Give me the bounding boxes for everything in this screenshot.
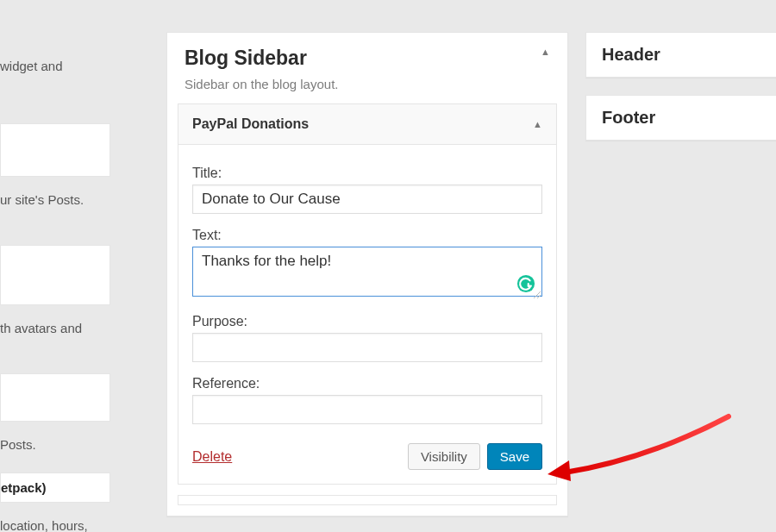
header-widget-area[interactable]: Header [585, 32, 776, 78]
collapse-panel-icon[interactable]: ▲ [541, 47, 550, 57]
left-widget-item[interactable] [0, 123, 110, 177]
left-fragment-desc: th avatars and [0, 314, 166, 342]
blog-sidebar-panel: Blog Sidebar ▲ Sidebar on the blog layou… [166, 32, 568, 516]
delete-link[interactable]: Delete [192, 449, 232, 465]
footer-widget-area[interactable]: Footer [585, 95, 776, 141]
panel-description: Sidebar on the blog layout. [167, 77, 567, 103]
widget-header[interactable]: PayPal Donations ▲ [178, 104, 556, 145]
reference-label: Reference: [192, 376, 542, 391]
left-widget-jetpack[interactable]: etpack) [0, 473, 110, 503]
collapse-widget-icon[interactable]: ▲ [533, 119, 542, 129]
text-textarea[interactable] [192, 247, 542, 297]
widget-title: PayPal Donations [192, 116, 309, 132]
title-label: Title: [192, 166, 542, 181]
title-input[interactable] [192, 185, 542, 214]
reference-input[interactable] [192, 395, 542, 424]
left-fragment-desc: Posts. [0, 430, 166, 459]
left-fragment-desc: ur site's Posts. [0, 185, 166, 214]
panel-title: Blog Sidebar [185, 47, 307, 70]
next-widget-stub[interactable] [178, 495, 557, 505]
purpose-label: Purpose: [192, 314, 542, 329]
grammarly-icon [516, 274, 535, 293]
left-fragment-text: widget and [0, 52, 166, 80]
visibility-button[interactable]: Visibility [408, 443, 480, 470]
text-label: Text: [192, 228, 542, 243]
left-widget-item[interactable] [0, 245, 110, 305]
left-widget-list: widget and ur site's Posts. th avatars a… [0, 0, 166, 532]
purpose-input[interactable] [192, 333, 542, 362]
left-widget-item[interactable] [0, 373, 110, 422]
paypal-donations-widget: PayPal Donations ▲ Title: Text: [178, 103, 557, 485]
save-button[interactable]: Save [487, 443, 542, 470]
left-fragment-desc: location, hours, [0, 511, 166, 532]
